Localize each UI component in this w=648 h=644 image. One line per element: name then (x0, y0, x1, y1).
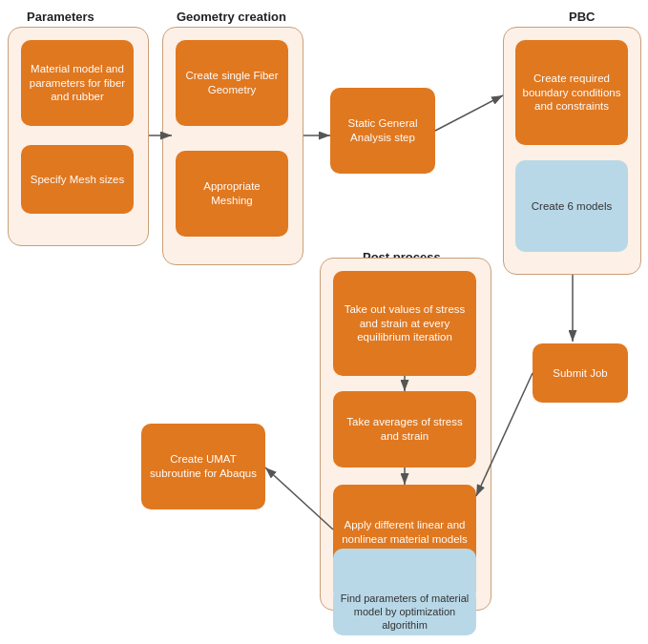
create-6-models-box: Create 6 models (515, 160, 628, 252)
geometry-label: Geometry creation (177, 10, 286, 24)
take-out-values-box: Take out values of stress and strain at … (333, 271, 476, 376)
appropriate-meshing-box: Appropriate Meshing (176, 151, 288, 237)
pbc-label: PBC (569, 10, 595, 24)
create-umat-box: Create UMAT subroutine for Abaqus (141, 424, 265, 509)
take-averages-box: Take averages of stress and strain (333, 391, 476, 467)
svg-line-3 (435, 95, 503, 131)
parameters-label: Parameters (27, 10, 94, 24)
static-general-box: Static General Analysis step (330, 88, 435, 174)
create-boundary-box: Create required boundary conditions and … (515, 40, 628, 145)
specify-mesh-box: Specify Mesh sizes (21, 145, 134, 214)
submit-job-box: Submit Job (533, 343, 628, 403)
material-model-box: Material model and parameters for fiber … (21, 40, 134, 126)
find-parameters-final: Find parameters of material model by opt… (333, 588, 476, 635)
diagram: Parameters Geometry creation PBC Post pr… (0, 0, 648, 644)
create-fiber-box: Create single Fiber Geometry (176, 40, 288, 126)
